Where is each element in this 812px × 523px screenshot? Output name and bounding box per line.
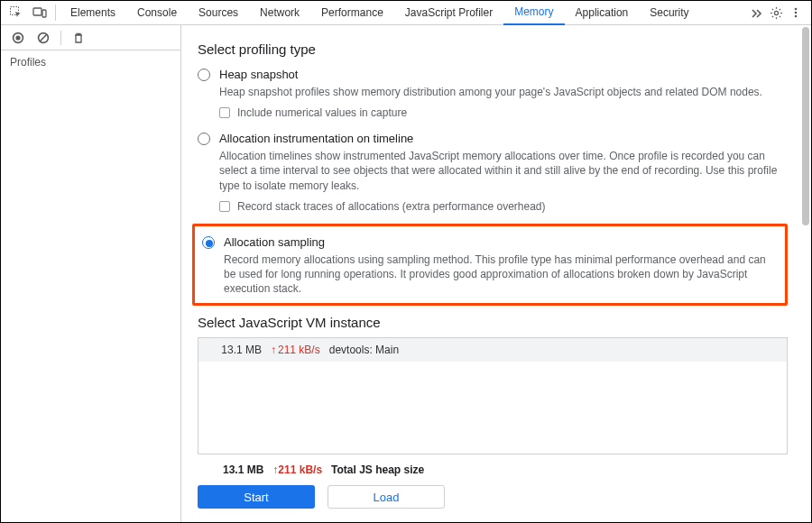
option-title: Allocation instrumentation on timeline xyxy=(219,132,788,145)
devtools-tabstrip: Elements Console Sources Network Perform… xyxy=(1,1,811,25)
option-desc: Allocation timelines show instrumented J… xyxy=(219,149,788,193)
vm-instance-list: 13.1 MB ↑ 211 kB/s devtools: Main xyxy=(198,337,788,454)
device-toolbar-icon[interactable] xyxy=(28,1,51,24)
kebab-menu-icon[interactable] xyxy=(786,1,806,24)
summary-size: 13.1 MB xyxy=(223,463,263,476)
subopt-label: Record stack traces of allocations (extr… xyxy=(237,200,546,213)
radio-allocation-sampling[interactable] xyxy=(202,236,215,249)
checkbox-include-numerical[interactable] xyxy=(219,107,230,118)
scrollbar[interactable] xyxy=(800,27,809,520)
more-tabs-icon[interactable] xyxy=(746,1,766,24)
svg-point-13 xyxy=(795,12,798,14)
option-desc: Record memory allocations using sampling… xyxy=(224,252,778,297)
svg-point-3 xyxy=(774,11,778,14)
memory-panel-content: Select profiling type Heap snapshot Heap… xyxy=(181,25,811,522)
option-desc: Heap snapshot profiles show memory distr… xyxy=(219,85,788,99)
heap-summary-row: 13.1 MB ↑211 kB/s Total JS heap size xyxy=(198,454,788,482)
svg-line-11 xyxy=(779,8,780,9)
tab-memory[interactable]: Memory xyxy=(503,1,564,25)
radio-allocation-timeline[interactable] xyxy=(198,133,210,145)
start-button[interactable]: Start xyxy=(198,485,315,509)
subopt-record-stack-traces[interactable]: Record stack traces of allocations (extr… xyxy=(219,200,788,213)
svg-point-12 xyxy=(795,8,798,11)
subopt-label: Include numerical values in capture xyxy=(237,106,407,119)
svg-line-8 xyxy=(771,8,772,9)
tab-performance[interactable]: Performance xyxy=(310,1,394,25)
load-button[interactable]: Load xyxy=(328,485,445,509)
vm-name: devtools: Main xyxy=(329,344,399,356)
svg-rect-2 xyxy=(42,10,46,17)
tab-sources[interactable]: Sources xyxy=(188,1,249,25)
subopt-include-numerical[interactable]: Include numerical values in capture xyxy=(219,106,788,119)
tab-security[interactable]: Security xyxy=(639,1,699,25)
gear-icon[interactable] xyxy=(766,1,786,24)
summary-rate: ↑211 kB/s xyxy=(272,463,322,476)
tab-elements[interactable]: Elements xyxy=(60,1,126,25)
inspect-element-icon[interactable] xyxy=(5,1,28,24)
summary-label: Total JS heap size xyxy=(331,463,424,476)
tab-js-profiler[interactable]: JavaScript Profiler xyxy=(394,1,503,25)
svg-point-14 xyxy=(795,15,798,18)
tab-application[interactable]: Application xyxy=(565,1,640,25)
profiling-type-heading: Select profiling type xyxy=(198,41,788,57)
action-buttons: Start Load xyxy=(198,482,788,518)
radio-heap-snapshot[interactable] xyxy=(198,69,210,81)
vm-instance-row[interactable]: 13.1 MB ↑ 211 kB/s devtools: Main xyxy=(198,338,787,362)
checkbox-record-stack-traces[interactable] xyxy=(219,201,230,212)
svg-line-9 xyxy=(779,15,780,16)
arrow-up-icon: ↑ xyxy=(271,344,276,356)
option-allocation-sampling[interactable]: Allocation sampling Record memory alloca… xyxy=(202,232,778,298)
vm-rate: ↑ 211 kB/s xyxy=(271,344,320,356)
trash-icon[interactable] xyxy=(70,30,87,46)
tab-console[interactable]: Console xyxy=(126,1,188,25)
vm-size: 13.1 MB xyxy=(208,344,262,356)
svg-line-10 xyxy=(771,15,772,16)
option-title: Heap snapshot xyxy=(219,68,788,81)
option-allocation-timeline[interactable]: Allocation instrumentation on timeline A… xyxy=(198,128,788,222)
divider xyxy=(60,31,61,45)
option-heap-snapshot[interactable]: Heap snapshot Heap snapshot profiles sho… xyxy=(198,64,788,128)
svg-rect-1 xyxy=(33,8,42,15)
sidebar-toolbar xyxy=(1,25,180,50)
profiles-sidebar: Profiles xyxy=(1,25,181,522)
highlight-allocation-sampling: Allocation sampling Record memory alloca… xyxy=(192,224,788,307)
option-title: Allocation sampling xyxy=(224,235,778,249)
sidebar-section-profiles: Profiles xyxy=(1,50,180,74)
svg-line-18 xyxy=(40,34,46,41)
divider xyxy=(55,5,56,21)
scrollbar-thumb[interactable] xyxy=(802,27,809,225)
record-icon[interactable] xyxy=(10,30,26,46)
clear-icon[interactable] xyxy=(35,30,51,46)
vm-rate-value: 211 kB/s xyxy=(278,344,320,356)
svg-point-16 xyxy=(15,35,20,40)
vm-instance-heading: Select JavaScript VM instance xyxy=(198,315,788,330)
tab-network[interactable]: Network xyxy=(249,1,310,25)
summary-rate-value: 211 kB/s xyxy=(278,463,322,476)
